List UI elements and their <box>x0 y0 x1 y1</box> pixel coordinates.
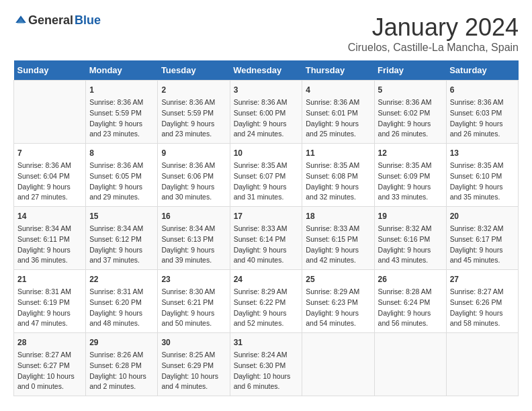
day-info: Sunrise: 8:36 AMSunset: 6:01 PMDaylight:… <box>306 97 370 140</box>
day-number: 7 <box>17 147 82 159</box>
day-info: Sunrise: 8:27 AMSunset: 6:27 PMDaylight:… <box>17 350 82 392</box>
day-info: Sunrise: 8:26 AMSunset: 6:28 PMDaylight:… <box>89 350 154 392</box>
calendar-week-row: 14Sunrise: 8:34 AMSunset: 6:11 PMDayligh… <box>14 207 519 270</box>
day-number: 24 <box>234 273 299 285</box>
logo-blue-text: Blue <box>75 13 101 28</box>
calendar-cell: 5Sunrise: 8:36 AMSunset: 6:02 PMDaylight… <box>374 81 446 144</box>
day-info: Sunrise: 8:35 AMSunset: 6:07 PMDaylight:… <box>234 161 299 203</box>
calendar-cell: 26Sunrise: 8:28 AMSunset: 6:24 PMDayligh… <box>374 270 446 333</box>
calendar-week-row: 21Sunrise: 8:31 AMSunset: 6:19 PMDayligh… <box>14 270 519 333</box>
day-info: Sunrise: 8:27 AMSunset: 6:26 PMDaylight:… <box>450 287 515 329</box>
day-info: Sunrise: 8:31 AMSunset: 6:19 PMDaylight:… <box>17 287 82 329</box>
calendar-cell <box>446 333 518 396</box>
day-number: 3 <box>234 84 299 96</box>
day-info: Sunrise: 8:36 AMSunset: 6:06 PMDaylight:… <box>161 161 226 203</box>
day-info: Sunrise: 8:28 AMSunset: 6:24 PMDaylight:… <box>378 287 443 329</box>
calendar-cell: 24Sunrise: 8:29 AMSunset: 6:22 PMDayligh… <box>230 270 302 333</box>
day-info: Sunrise: 8:34 AMSunset: 6:12 PMDaylight:… <box>89 224 154 266</box>
calendar-cell: 14Sunrise: 8:34 AMSunset: 6:11 PMDayligh… <box>14 207 86 270</box>
header: General Blue January 2024 Ciruelos, Cast… <box>13 13 519 54</box>
day-info: Sunrise: 8:29 AMSunset: 6:22 PMDaylight:… <box>234 287 299 329</box>
day-info: Sunrise: 8:29 AMSunset: 6:23 PMDaylight:… <box>306 287 370 329</box>
calendar-cell: 17Sunrise: 8:33 AMSunset: 6:14 PMDayligh… <box>230 207 302 270</box>
weekday-header-sunday: Sunday <box>14 60 86 81</box>
day-number: 2 <box>161 84 226 96</box>
calendar-cell: 4Sunrise: 8:36 AMSunset: 6:01 PMDaylight… <box>302 81 374 144</box>
calendar-cell: 13Sunrise: 8:35 AMSunset: 6:10 PMDayligh… <box>446 144 518 207</box>
day-number: 31 <box>234 336 299 349</box>
calendar-cell <box>14 81 86 144</box>
day-number: 26 <box>378 273 443 285</box>
day-number: 18 <box>306 210 370 222</box>
day-number: 16 <box>161 210 226 222</box>
day-number: 6 <box>450 84 515 96</box>
calendar-cell: 9Sunrise: 8:36 AMSunset: 6:06 PMDaylight… <box>158 144 230 207</box>
weekday-header-wednesday: Wednesday <box>230 60 302 81</box>
calendar-cell: 27Sunrise: 8:27 AMSunset: 6:26 PMDayligh… <box>446 270 518 333</box>
weekday-header-tuesday: Tuesday <box>158 60 230 81</box>
day-info: Sunrise: 8:30 AMSunset: 6:21 PMDaylight:… <box>161 287 226 329</box>
generalblue-logo-icon <box>15 15 27 27</box>
weekday-header-monday: Monday <box>86 60 158 81</box>
logo: General Blue <box>13 13 101 28</box>
calendar-cell <box>302 333 374 396</box>
day-info: Sunrise: 8:36 AMSunset: 6:03 PMDaylight:… <box>450 97 515 140</box>
day-number: 10 <box>234 147 299 159</box>
calendar-cell: 3Sunrise: 8:36 AMSunset: 6:00 PMDaylight… <box>230 81 302 144</box>
day-info: Sunrise: 8:36 AMSunset: 5:59 PMDaylight:… <box>161 97 226 140</box>
calendar-cell: 28Sunrise: 8:27 AMSunset: 6:27 PMDayligh… <box>14 333 86 396</box>
calendar-cell: 19Sunrise: 8:32 AMSunset: 6:16 PMDayligh… <box>374 207 446 270</box>
day-number: 4 <box>306 84 370 96</box>
day-number: 19 <box>378 210 443 222</box>
month-year-title: January 2024 <box>348 13 519 42</box>
day-number: 28 <box>17 336 82 349</box>
day-info: Sunrise: 8:36 AMSunset: 6:00 PMDaylight:… <box>234 97 299 140</box>
day-number: 11 <box>306 147 370 159</box>
calendar-table: SundayMondayTuesdayWednesdayThursdayFrid… <box>13 60 519 396</box>
calendar-cell: 29Sunrise: 8:26 AMSunset: 6:28 PMDayligh… <box>86 333 158 396</box>
day-info: Sunrise: 8:32 AMSunset: 6:17 PMDaylight:… <box>450 224 515 266</box>
calendar-header-row: SundayMondayTuesdayWednesdayThursdayFrid… <box>14 60 519 81</box>
day-number: 8 <box>89 147 154 159</box>
day-info: Sunrise: 8:34 AMSunset: 6:13 PMDaylight:… <box>161 224 226 266</box>
calendar-cell: 2Sunrise: 8:36 AMSunset: 5:59 PMDaylight… <box>158 81 230 144</box>
day-info: Sunrise: 8:35 AMSunset: 6:09 PMDaylight:… <box>378 161 443 203</box>
calendar-cell: 25Sunrise: 8:29 AMSunset: 6:23 PMDayligh… <box>302 270 374 333</box>
day-number: 5 <box>378 84 443 96</box>
day-number: 27 <box>450 273 515 285</box>
weekday-header-thursday: Thursday <box>302 60 374 81</box>
day-number: 23 <box>161 273 226 285</box>
day-info: Sunrise: 8:36 AMSunset: 6:05 PMDaylight:… <box>89 161 154 203</box>
calendar-cell: 6Sunrise: 8:36 AMSunset: 6:03 PMDaylight… <box>446 81 518 144</box>
calendar-cell: 18Sunrise: 8:33 AMSunset: 6:15 PMDayligh… <box>302 207 374 270</box>
calendar-cell: 21Sunrise: 8:31 AMSunset: 6:19 PMDayligh… <box>14 270 86 333</box>
day-info: Sunrise: 8:36 AMSunset: 5:59 PMDaylight:… <box>89 97 154 140</box>
weekday-header-friday: Friday <box>374 60 446 81</box>
day-info: Sunrise: 8:34 AMSunset: 6:11 PMDaylight:… <box>17 224 82 266</box>
day-number: 29 <box>89 336 154 349</box>
calendar-cell: 10Sunrise: 8:35 AMSunset: 6:07 PMDayligh… <box>230 144 302 207</box>
day-info: Sunrise: 8:35 AMSunset: 6:08 PMDaylight:… <box>306 161 370 203</box>
calendar-cell <box>374 333 446 396</box>
calendar-cell: 16Sunrise: 8:34 AMSunset: 6:13 PMDayligh… <box>158 207 230 270</box>
day-number: 30 <box>161 336 226 349</box>
day-number: 21 <box>17 273 82 285</box>
day-number: 13 <box>450 147 515 159</box>
location-subtitle: Ciruelos, Castille-La Mancha, Spain <box>348 42 519 54</box>
day-info: Sunrise: 8:25 AMSunset: 6:29 PMDaylight:… <box>161 350 226 392</box>
day-info: Sunrise: 8:32 AMSunset: 6:16 PMDaylight:… <box>378 224 443 266</box>
calendar-cell: 7Sunrise: 8:36 AMSunset: 6:04 PMDaylight… <box>14 144 86 207</box>
day-number: 12 <box>378 147 443 159</box>
calendar-week-row: 28Sunrise: 8:27 AMSunset: 6:27 PMDayligh… <box>14 333 519 396</box>
calendar-cell: 8Sunrise: 8:36 AMSunset: 6:05 PMDaylight… <box>86 144 158 207</box>
day-number: 17 <box>234 210 299 222</box>
calendar-cell: 30Sunrise: 8:25 AMSunset: 6:29 PMDayligh… <box>158 333 230 396</box>
day-info: Sunrise: 8:33 AMSunset: 6:14 PMDaylight:… <box>234 224 299 266</box>
calendar-week-row: 7Sunrise: 8:36 AMSunset: 6:04 PMDaylight… <box>14 144 519 207</box>
day-info: Sunrise: 8:36 AMSunset: 6:04 PMDaylight:… <box>17 161 82 203</box>
day-number: 22 <box>89 273 154 285</box>
day-info: Sunrise: 8:31 AMSunset: 6:20 PMDaylight:… <box>89 287 154 329</box>
calendar-cell: 11Sunrise: 8:35 AMSunset: 6:08 PMDayligh… <box>302 144 374 207</box>
day-number: 14 <box>17 210 82 222</box>
calendar-week-row: 1Sunrise: 8:36 AMSunset: 5:59 PMDaylight… <box>14 81 519 144</box>
